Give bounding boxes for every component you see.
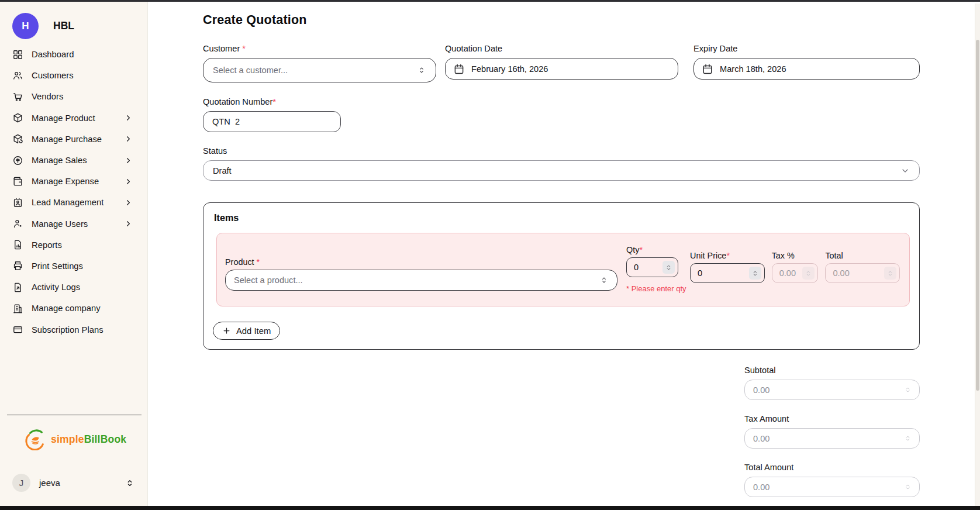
required-asterisk: *: [257, 257, 260, 267]
chevron-right-icon: [124, 156, 133, 165]
sidebar-item-label: Subscription Plans: [32, 325, 133, 335]
chevron-up-down-icon: [417, 66, 426, 75]
customer-label: Customer *: [203, 44, 436, 53]
sidebar-item-label: Reports: [32, 240, 133, 250]
sidebar-item-manage-expense[interactable]: Manage Expense: [0, 171, 147, 192]
sidebar-item-reports[interactable]: Reports: [0, 235, 147, 256]
sidebar-item-customers[interactable]: Customers: [0, 65, 147, 86]
brand-name: HBL: [53, 20, 74, 32]
sidebar-item-activity-logs[interactable]: Activity Logs: [0, 277, 147, 298]
expiry-date-value: March 18th, 2026: [720, 64, 786, 74]
sidebar-item-manage-product[interactable]: Manage Product: [0, 108, 147, 129]
spinner-up-down-icon: [904, 483, 912, 491]
add-item-button[interactable]: Add Item: [213, 322, 280, 340]
tax-percent-input: 0.00: [772, 263, 819, 283]
required-asterisk: *: [639, 245, 643, 254]
spinner-up-down-icon: [805, 270, 812, 277]
file-chart-icon: [12, 239, 23, 250]
scrollbar-thumb[interactable]: [976, 40, 979, 391]
sidebar-item-dashboard[interactable]: Dashboard: [0, 44, 147, 65]
quotation-date-input[interactable]: February 16th, 2026: [445, 58, 678, 80]
status-select[interactable]: Draft: [203, 160, 920, 181]
product-select-placeholder: Select a product...: [234, 275, 303, 285]
tax-percent-label: Tax %: [772, 251, 819, 260]
chevron-right-icon: [124, 177, 133, 186]
subtotal-value: 0.00: [753, 385, 769, 395]
sidebar-item-manage-purchase[interactable]: Manage Purchase: [0, 129, 147, 150]
sidebar-item-label: Print Settings: [32, 261, 133, 271]
subtotal-input: 0.00: [744, 380, 920, 400]
quotation-number-label: Quotation Number*: [203, 97, 341, 106]
item-row: Product * Select a product... Qty* 0 * P…: [216, 233, 910, 306]
chevron-right-icon: [124, 135, 133, 143]
qty-value: 0: [634, 263, 639, 272]
expiry-date-label: Expiry Date: [693, 44, 920, 53]
user-name: jeeva: [39, 478, 60, 488]
sidebar-item-manage-sales[interactable]: Manage Sales: [0, 150, 147, 171]
sidebar-nav: Dashboard Customers Vendors Manage Produ…: [0, 44, 147, 340]
user-avatar: J: [12, 474, 30, 492]
spinner-up-down-icon: [751, 270, 759, 277]
unit-price-spinner[interactable]: [749, 267, 761, 280]
spinner-up-down-icon: [904, 386, 912, 394]
sidebar-item-label: Manage Product: [32, 113, 116, 123]
qty-label: Qty*: [626, 245, 678, 254]
customers-icon: [12, 70, 23, 81]
line-total-value: 0.00: [833, 268, 849, 278]
user-menu[interactable]: J jeeva: [12, 474, 134, 492]
sidebar-item-lead-management[interactable]: Lead Management: [0, 192, 147, 213]
user-dot-icon: [12, 218, 23, 229]
qty-spinner[interactable]: [662, 261, 675, 274]
sidebar-item-label: Manage Expense: [32, 177, 116, 186]
sidebar-item-label: Customers: [32, 71, 133, 80]
line-total-spinner: [884, 267, 896, 280]
sidebar-item-label: Dashboard: [32, 50, 133, 59]
quotation-number-input[interactable]: QTN 2: [203, 111, 341, 132]
spinner-up-down-icon: [904, 435, 912, 442]
sidebar-item-subscription-plans[interactable]: Subscription Plans: [0, 319, 147, 340]
chevron-down-icon: [900, 166, 910, 175]
required-asterisk: *: [242, 44, 246, 53]
calendar-icon: [453, 63, 465, 75]
simplebillbook-logo-icon: [25, 428, 47, 450]
brand-avatar: H: [12, 13, 39, 39]
sidebar: H HBL Dashboard Customers Vendors Manage…: [0, 2, 148, 506]
tax-percent-value: 0.00: [779, 268, 796, 278]
sidebar-item-label: Manage Users: [32, 219, 116, 229]
building-icon: [12, 303, 23, 314]
line-total-label: Total: [825, 251, 900, 260]
expiry-date-input[interactable]: March 18th, 2026: [693, 58, 920, 80]
required-asterisk: *: [272, 97, 276, 106]
sidebar-item-manage-users[interactable]: Manage Users: [0, 213, 147, 235]
customer-select[interactable]: Select a customer...: [203, 58, 436, 82]
tax-percent-spinner: [802, 267, 815, 280]
sidebar-footer: simpleBillBook J jeeva: [0, 415, 147, 506]
quotation-date-label: Quotation Date: [445, 44, 678, 53]
unit-price-input[interactable]: 0: [690, 263, 765, 283]
scrollbar-track[interactable]: [975, 4, 980, 508]
status-label: Status: [203, 146, 920, 156]
qty-error-message: * Please enter qty: [626, 284, 678, 293]
total-amount-label: Total Amount: [744, 463, 920, 472]
product-select[interactable]: Select a product...: [225, 270, 617, 291]
chevron-up-down-icon: [599, 275, 609, 285]
tax-amount-input: 0.00: [744, 428, 920, 449]
sidebar-item-manage-company[interactable]: Manage company: [0, 298, 147, 319]
totals-section: Subtotal 0.00 Tax Amount 0.00 Total Amou…: [744, 366, 920, 497]
line-total-input: 0.00: [825, 263, 900, 283]
sidebar-item-print-settings[interactable]: Print Settings: [0, 256, 147, 277]
qty-input[interactable]: 0: [626, 257, 678, 277]
sidebar-item-label: Vendors: [32, 92, 133, 101]
file-arrow-icon: [12, 282, 23, 293]
printer-icon: [12, 260, 23, 271]
items-heading: Items: [214, 212, 910, 223]
spinner-up-down-icon: [886, 270, 894, 277]
logo-text-simple: simple: [51, 433, 84, 445]
main-content: Create Quotation Customer * Select a cus…: [148, 2, 980, 506]
sidebar-item-vendors[interactable]: Vendors: [0, 86, 147, 107]
app-logo-text: simpleBillBook: [51, 433, 126, 446]
total-amount-value: 0.00: [753, 483, 769, 492]
app-logo: simpleBillBook: [25, 428, 147, 450]
wallet-icon: [12, 176, 23, 187]
package-icon: [12, 112, 23, 123]
